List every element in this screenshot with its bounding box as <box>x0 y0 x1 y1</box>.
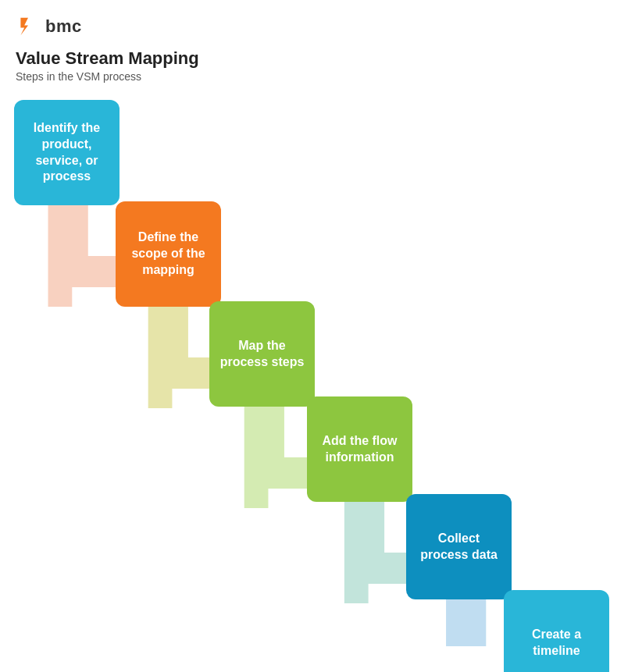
step-3-box: Map the process steps <box>209 301 315 407</box>
step-3-label: Map the process steps <box>219 338 305 371</box>
step-6-box: Create a timeline <box>504 590 609 672</box>
step-5-label: Collect process data <box>416 531 502 564</box>
step-4-box: Add the flow information <box>307 396 412 502</box>
step-6-label: Create a timeline <box>513 627 600 660</box>
diagram-area: Identify the product, service, or proces… <box>0 84 635 646</box>
page-subtitle: Steps in the VSM process <box>16 70 619 83</box>
step-5-box: Collect process data <box>406 494 512 599</box>
step-4-label: Add the flow information <box>316 433 403 466</box>
step-2-box: Define the scope of the mapping <box>116 201 221 307</box>
svg-marker-0 <box>20 18 28 35</box>
step-1-box: Identify the product, service, or proces… <box>14 100 120 205</box>
logo-area: bmc <box>16 14 82 39</box>
bmc-brand-text: bmc <box>45 16 82 37</box>
step-2-label: Define the scope of the mapping <box>125 229 212 278</box>
page-title: Value Stream Mapping <box>16 48 619 69</box>
bmc-logo-icon <box>16 14 41 39</box>
title-section: Value Stream Mapping Steps in the VSM pr… <box>0 45 635 84</box>
step-1-label: Identify the product, service, or proces… <box>23 120 110 185</box>
header: bmc <box>0 0 635 45</box>
